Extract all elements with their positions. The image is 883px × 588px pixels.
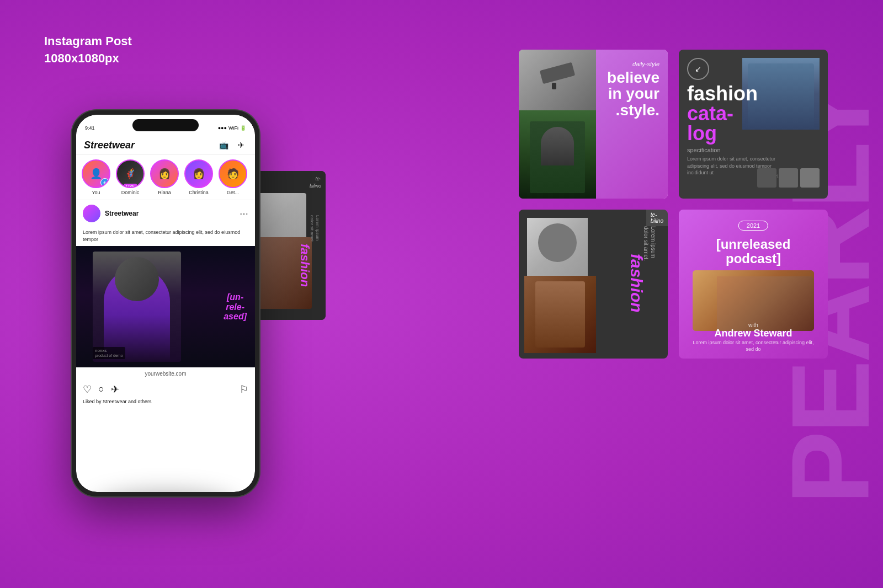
page-title: Instagram Post 1080x1080px <box>44 33 132 67</box>
card2-logo: ↙ <box>687 58 709 80</box>
post-menu-icon[interactable]: ⋯ <box>240 209 248 219</box>
post-liked-text: Liked by Streetwear and others <box>76 399 255 408</box>
phone-notch <box>132 119 199 131</box>
card-podcast: 2021 [unreleasedpodcast] with Andrew Ste… <box>679 210 828 359</box>
phone-mockup: 9:41 ●●● WiFi 🔋 Streetwear 📺 ✈ 👤 + You <box>72 110 259 496</box>
card-daily-style: daily-style believein your.style. <box>519 50 668 199</box>
card2-thumb-2 <box>779 168 798 188</box>
story-avatar-get: 🧑 <box>219 159 247 188</box>
story-label-you: You <box>92 190 100 195</box>
card2-thumbnails <box>757 168 820 188</box>
card4-name: Andrew Steward <box>679 328 828 339</box>
card2-thumb-1 <box>757 168 776 188</box>
story-avatar-you: 👤 + <box>82 159 110 188</box>
card2-title: fashioncata-log <box>687 84 786 143</box>
story-avatar-riana: 👩 <box>150 159 179 188</box>
post-website: yourwebsite.com <box>76 367 255 380</box>
card2-specification: specification <box>687 147 786 153</box>
share-icon[interactable]: ✈ <box>111 383 119 395</box>
card-partial: te-bilino Lorem ipsumdolor sit amet. fas… <box>248 171 326 320</box>
story-label-riana: Riana <box>158 190 171 195</box>
story-avatar-christina: 👩 <box>184 159 213 188</box>
card2-thumb-3 <box>800 168 820 188</box>
card2-text: fashioncata-log specification Lorem ipsu… <box>687 84 786 177</box>
post-avatar <box>83 205 100 222</box>
notification-icon[interactable]: 📺 <box>217 139 230 151</box>
card3-tag: te-bilino <box>646 210 668 226</box>
post-image: [un-rele-ased] nonxsproduct of demo <box>76 246 255 367</box>
card1-title: believein your.style. <box>607 70 659 118</box>
card4-year: 2021 <box>738 221 768 231</box>
story-item-get[interactable]: 🧑 Get... <box>219 159 247 195</box>
add-story-badge: + <box>100 178 109 187</box>
instagram-logo: Streetwear <box>84 140 135 151</box>
card-fashion-catalog: ↙ fashioncata-log specification Lorem ip… <box>679 50 828 199</box>
comment-icon[interactable]: ○ <box>98 383 104 395</box>
story-item-christina[interactable]: 👩 Christina <box>184 159 213 195</box>
card-fashion-bottom: te-bilino Lorem ipsumdolor sit amet. fas… <box>519 210 668 359</box>
like-icon[interactable]: ♡ <box>83 383 92 395</box>
story-avatar-dominic: 🦸 LIVE <box>116 159 145 188</box>
story-item-you[interactable]: 👤 + You <box>82 159 110 195</box>
story-item-dominic[interactable]: 🦸 LIVE Dominic <box>116 159 145 195</box>
post-header: Streetwear ⋯ <box>76 200 255 227</box>
card1-text: daily-style believein your.style. <box>607 61 659 118</box>
post-actions: ♡ ○ ✈ ⚐ <box>76 380 255 399</box>
post-caption: Lorem ipsum dolor sit amet, consectetur … <box>76 227 255 246</box>
send-icon[interactable]: ✈ <box>235 139 247 151</box>
save-icon[interactable]: ⚐ <box>240 383 248 395</box>
card3-fashion-text: fashion <box>627 254 646 313</box>
story-label-christina: Christina <box>189 190 209 195</box>
card3-image-top <box>527 218 588 279</box>
cards-area: daily-style believein your.style. ↙ fash… <box>519 50 828 359</box>
story-label-dominic: Dominic <box>121 190 140 195</box>
story-item-riana[interactable]: 👩 Riana <box>150 159 179 195</box>
stories-bar: 👤 + You 🦸 LIVE Dominic 👩 Riana <box>76 155 255 200</box>
card1-image-bottom <box>519 110 596 199</box>
card1-image-top <box>519 50 596 116</box>
live-badge-dominic: LIVE <box>124 184 137 188</box>
card1-subtitle: daily-style <box>607 61 659 67</box>
instagram-header: Streetwear 📺 ✈ <box>76 137 255 155</box>
story-label-get: Get... <box>227 190 239 195</box>
card3-image-bottom <box>524 276 596 353</box>
card4-title: [unreleasedpodcast] <box>679 237 828 266</box>
post-username: Streetwear <box>105 210 139 217</box>
card4-desc: Lorem ipsum dolor sit amet, consectetur … <box>690 339 817 353</box>
